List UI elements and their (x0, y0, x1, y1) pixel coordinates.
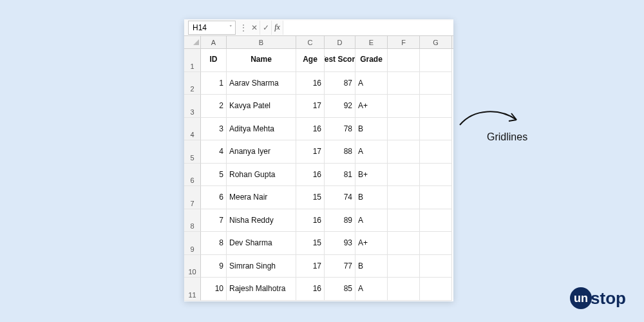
cell-age[interactable]: 17 (296, 255, 325, 278)
cell-id[interactable]: 7 (201, 209, 227, 232)
col-header-f[interactable]: F (388, 36, 420, 48)
cell-age[interactable]: 16 (296, 209, 325, 232)
cell-grade[interactable]: A (355, 140, 388, 164)
cell-empty[interactable] (388, 164, 420, 187)
cell-score[interactable]: 81 (325, 164, 355, 187)
cell-score[interactable]: 87 (325, 72, 355, 95)
insert-function-button[interactable]: fx (272, 21, 283, 35)
cell-name[interactable]: Simran Singh (227, 255, 296, 278)
cell-empty[interactable] (420, 72, 452, 95)
cell-empty[interactable] (388, 118, 420, 141)
cell-age[interactable]: 16 (296, 164, 325, 187)
cell-score[interactable]: 74 (325, 186, 355, 209)
cell-empty[interactable] (420, 95, 452, 118)
cell-score[interactable]: 89 (325, 209, 355, 232)
cell-header-score[interactable]: Test Score (325, 49, 355, 72)
cell-empty[interactable] (388, 278, 420, 301)
cell-header-name[interactable]: Name (227, 49, 296, 72)
cell-grade[interactable]: B (355, 118, 388, 141)
cell-id[interactable]: 1 (201, 72, 227, 95)
row-header[interactable]: 6 (184, 164, 201, 187)
row-header[interactable]: 5 (184, 140, 201, 164)
cell-name[interactable]: Ananya Iyer (227, 140, 296, 164)
cell-score[interactable]: 93 (325, 232, 355, 255)
cell-empty[interactable] (388, 209, 420, 232)
cell-empty[interactable] (420, 140, 452, 164)
cell-score[interactable]: 88 (325, 140, 355, 164)
cell-name[interactable]: Rajesh Malhotra (227, 278, 296, 301)
cancel-formula-button[interactable]: ✕ (249, 21, 260, 35)
cell-score[interactable]: 77 (325, 255, 355, 278)
cell-age[interactable]: 17 (296, 140, 325, 164)
cell-grade[interactable]: A+ (355, 232, 388, 255)
row-header[interactable]: 8 (184, 209, 201, 232)
cell-score[interactable]: 92 (325, 95, 355, 118)
cell-header-age[interactable]: Age (296, 49, 325, 72)
cell-grade[interactable]: A+ (355, 95, 388, 118)
cell-name[interactable]: Rohan Gupta (227, 164, 296, 187)
row-header[interactable]: 11 (184, 278, 201, 301)
cell-empty[interactable] (388, 232, 420, 255)
row-header[interactable]: 2 (184, 72, 201, 95)
cell-age[interactable]: 16 (296, 278, 325, 301)
cell-grade[interactable]: A (355, 72, 388, 95)
cell-id[interactable]: 5 (201, 164, 227, 187)
row-header[interactable]: 7 (184, 186, 201, 209)
col-header-a[interactable]: A (201, 36, 227, 48)
cell-grade[interactable]: B+ (355, 164, 388, 187)
cell-empty[interactable] (388, 72, 420, 95)
cell-id[interactable]: 2 (201, 95, 227, 118)
cell-empty[interactable] (420, 118, 452, 141)
cell-name[interactable]: Aarav Sharma (227, 72, 296, 95)
cell-empty[interactable] (420, 164, 452, 187)
row-header[interactable]: 9 (184, 232, 201, 255)
cell-grade[interactable]: A (355, 278, 388, 301)
row-header[interactable]: 3 (184, 95, 201, 118)
formula-input[interactable] (283, 21, 453, 35)
col-header-c[interactable]: C (296, 36, 325, 48)
cell-name[interactable]: Meera Nair (227, 186, 296, 209)
cell-header-id[interactable]: ID (201, 49, 227, 72)
cell-empty[interactable] (388, 255, 420, 278)
worksheet[interactable]: A B C D E F G 1 ID Name Age Test Score G… (184, 36, 453, 301)
cell-age[interactable]: 15 (296, 232, 325, 255)
name-box[interactable]: H14 ˅ (188, 21, 236, 35)
row-header[interactable]: 4 (184, 118, 201, 141)
cell-name[interactable]: Dev Sharma (227, 232, 296, 255)
cell-empty[interactable] (420, 255, 452, 278)
col-header-d[interactable]: D (325, 36, 355, 48)
col-header-b[interactable]: B (227, 36, 296, 48)
cell-id[interactable]: 6 (201, 186, 227, 209)
cell-age[interactable]: 17 (296, 95, 325, 118)
cell-empty[interactable] (420, 209, 452, 232)
cell-empty[interactable] (388, 95, 420, 118)
cell-name[interactable]: Kavya Patel (227, 95, 296, 118)
cell-grade[interactable]: B (355, 255, 388, 278)
cell-id[interactable]: 4 (201, 140, 227, 164)
cell-age[interactable]: 15 (296, 186, 325, 209)
row-header[interactable]: 10 (184, 255, 201, 278)
cell-empty[interactable] (388, 140, 420, 164)
cell-age[interactable]: 16 (296, 72, 325, 95)
cell-grade[interactable]: B (355, 186, 388, 209)
cell-grade[interactable]: A (355, 209, 388, 232)
col-header-e[interactable]: E (355, 36, 388, 48)
enter-formula-button[interactable]: ✓ (260, 21, 272, 35)
cell-id[interactable]: 3 (201, 118, 227, 141)
cell-empty[interactable] (420, 186, 452, 209)
cell-id[interactable]: 9 (201, 255, 227, 278)
select-all-corner[interactable] (184, 36, 201, 48)
cell-empty[interactable] (388, 49, 420, 72)
cell-name[interactable]: Aditya Mehta (227, 118, 296, 141)
col-header-g[interactable]: G (420, 36, 452, 48)
cell-empty[interactable] (420, 278, 452, 301)
cell-id[interactable]: 8 (201, 232, 227, 255)
cell-empty[interactable] (420, 49, 452, 72)
cell-empty[interactable] (420, 232, 452, 255)
cell-name[interactable]: Nisha Reddy (227, 209, 296, 232)
cell-score[interactable]: 78 (325, 118, 355, 141)
cell-age[interactable]: 16 (296, 118, 325, 141)
cell-score[interactable]: 85 (325, 278, 355, 301)
cell-id[interactable]: 10 (201, 278, 227, 301)
cell-header-grade[interactable]: Grade (355, 49, 388, 72)
